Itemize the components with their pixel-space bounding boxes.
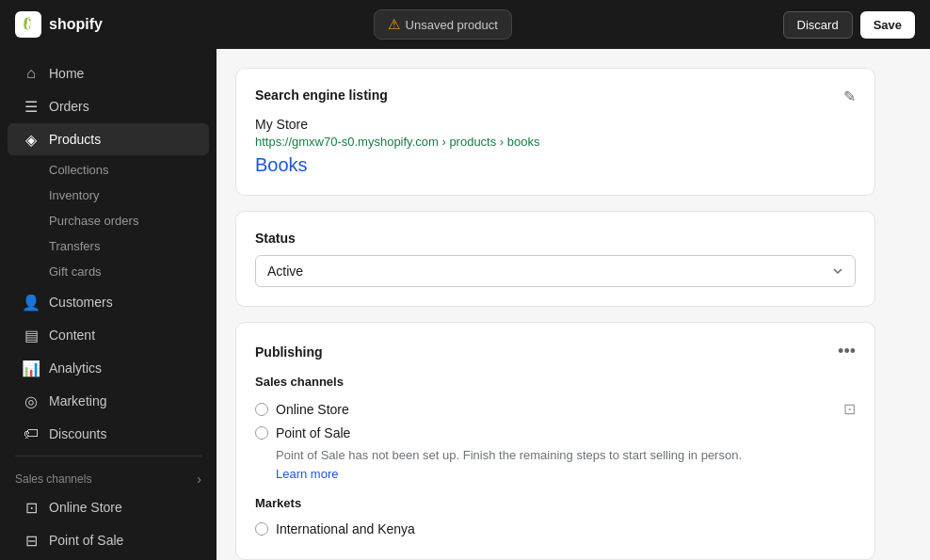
sidebar-item-orders-label: Orders bbox=[49, 99, 89, 114]
sales-channels-header[interactable]: Sales channels › bbox=[0, 462, 216, 490]
seo-card-header: Search engine listing ✎ bbox=[255, 88, 856, 105]
customers-icon: 👤 bbox=[23, 294, 40, 311]
sidebar-item-products-label: Products bbox=[49, 132, 101, 147]
online-store-channel-icon: ⊡ bbox=[843, 400, 856, 418]
orders-icon: ☰ bbox=[23, 98, 40, 115]
seo-edit-icon[interactable]: ✎ bbox=[843, 88, 856, 105]
sidebar-item-orders[interactable]: ☰ Orders bbox=[8, 90, 209, 122]
sidebar-item-discounts-label: Discounts bbox=[49, 426, 106, 441]
sidebar-item-products[interactable]: ◈ Products bbox=[8, 123, 209, 155]
collections-label: Collections bbox=[49, 163, 109, 177]
online-store-icon: ⊡ bbox=[23, 499, 40, 516]
logo: shopify bbox=[15, 11, 103, 38]
channel-online-store: Online Store ⊡ bbox=[255, 396, 856, 422]
pos-label: Point of Sale bbox=[49, 533, 123, 548]
publishing-card: Publishing ••• Sales channels Online Sto… bbox=[235, 322, 875, 560]
sidebar-sub-item-transfers[interactable]: Transfers bbox=[8, 233, 209, 259]
online-store-circle bbox=[255, 403, 268, 416]
seo-page-title: Books bbox=[255, 154, 856, 176]
shopify-icon bbox=[15, 11, 41, 38]
main-layout: ⌂ Home ☰ Orders ◈ Products Collections I… bbox=[0, 49, 930, 560]
sidebar-item-content-label: Content bbox=[49, 328, 95, 343]
sidebar-item-point-of-sale[interactable]: ⊟ Point of Sale bbox=[8, 524, 209, 556]
publishing-title: Publishing bbox=[255, 344, 323, 360]
online-store-channel-label: Online Store bbox=[276, 402, 349, 417]
gift-cards-label: Gift cards bbox=[49, 264, 102, 279]
pos-note: Point of Sale has not been set up. Finis… bbox=[276, 446, 856, 483]
market-international: International and Kenya bbox=[255, 518, 856, 540]
sidebar-item-customers-label: Customers bbox=[49, 295, 113, 310]
purchase-orders-label: Purchase orders bbox=[49, 214, 138, 228]
pos-channel-label: Point of Sale bbox=[276, 425, 350, 440]
save-button[interactable]: Save bbox=[860, 11, 915, 39]
sidebar-item-marketing-label: Marketing bbox=[49, 393, 106, 408]
learn-more-link[interactable]: Learn more bbox=[276, 467, 338, 481]
sidebar-item-discounts[interactable]: 🏷 Discounts bbox=[8, 418, 209, 450]
discard-button[interactable]: Discard bbox=[783, 11, 853, 39]
content-inner: Search engine listing ✎ My Store https:/… bbox=[216, 49, 894, 560]
discounts-icon: 🏷 bbox=[23, 425, 40, 442]
sidebar-item-analytics-label: Analytics bbox=[49, 360, 102, 376]
sidebar-item-home-label: Home bbox=[49, 66, 84, 81]
sidebar-sub-item-inventory[interactable]: Inventory bbox=[8, 183, 209, 208]
marketing-icon: ◎ bbox=[23, 392, 40, 409]
sidebar-divider bbox=[15, 456, 201, 456]
topbar: shopify ⚠ Unsaved product Discard Save bbox=[0, 0, 930, 49]
sidebar-sub-item-purchase-orders[interactable]: Purchase orders bbox=[8, 208, 209, 233]
status-card: Status Active Draft bbox=[235, 211, 875, 307]
unsaved-label: Unsaved product bbox=[406, 18, 498, 32]
status-select[interactable]: Active Draft bbox=[255, 255, 856, 287]
seo-card-title: Search engine listing bbox=[255, 88, 388, 103]
status-label: Status bbox=[255, 231, 856, 246]
home-icon: ⌂ bbox=[23, 65, 40, 82]
channel-pos: Point of Sale bbox=[255, 422, 856, 444]
unsaved-badge: ⚠ Unsaved product bbox=[374, 9, 512, 40]
pos-icon: ⊟ bbox=[23, 532, 40, 549]
sidebar-item-online-store[interactable]: ⊡ Online Store bbox=[8, 491, 209, 523]
sidebar-products-sub: Collections Inventory Purchase orders Tr… bbox=[0, 156, 216, 285]
sidebar-item-home[interactable]: ⌂ Home bbox=[8, 57, 209, 89]
online-store-label: Online Store bbox=[49, 500, 122, 515]
publishing-header: Publishing ••• bbox=[255, 342, 856, 361]
seo-store-name: My Store bbox=[255, 117, 856, 132]
topbar-center: ⚠ Unsaved product bbox=[118, 9, 768, 40]
pos-circle bbox=[255, 426, 268, 440]
market-circle bbox=[255, 522, 268, 536]
sidebar-item-customers[interactable]: 👤 Customers bbox=[8, 286, 209, 318]
sidebar-sub-item-gift-cards[interactable]: Gift cards bbox=[8, 259, 209, 284]
expand-icon: › bbox=[197, 472, 201, 487]
analytics-icon: 📊 bbox=[23, 360, 40, 376]
sales-channels-subtitle: Sales channels bbox=[255, 375, 856, 389]
sidebar-item-analytics[interactable]: 📊 Analytics bbox=[8, 352, 209, 384]
pos-note-text: Point of Sale has not been set up. Finis… bbox=[276, 448, 742, 462]
sidebar-sub-item-collections[interactable]: Collections bbox=[8, 157, 209, 183]
sidebar-item-content[interactable]: ▤ Content bbox=[8, 319, 209, 351]
markets-label: Markets bbox=[255, 496, 856, 510]
transfers-label: Transfers bbox=[49, 239, 100, 253]
market-name: International and Kenya bbox=[276, 521, 415, 536]
warning-icon: ⚠ bbox=[388, 16, 400, 33]
content-area: Search engine listing ✎ My Store https:/… bbox=[216, 49, 930, 560]
markets-section: Markets International and Kenya bbox=[255, 496, 856, 540]
topbar-actions: Discard Save bbox=[783, 11, 915, 39]
logo-text: shopify bbox=[49, 16, 103, 33]
sidebar-item-marketing[interactable]: ◎ Marketing bbox=[8, 385, 209, 417]
content-icon: ▤ bbox=[23, 327, 40, 344]
seo-url: https://gmxw70-s0.myshopify.com › produc… bbox=[255, 135, 856, 149]
sales-channels-label: Sales channels bbox=[15, 472, 91, 486]
publishing-menu-icon[interactable]: ••• bbox=[838, 342, 856, 361]
products-icon: ◈ bbox=[23, 131, 40, 148]
seo-card: Search engine listing ✎ My Store https:/… bbox=[235, 68, 875, 196]
sidebar: ⌂ Home ☰ Orders ◈ Products Collections I… bbox=[0, 49, 216, 560]
inventory-label: Inventory bbox=[49, 188, 99, 202]
